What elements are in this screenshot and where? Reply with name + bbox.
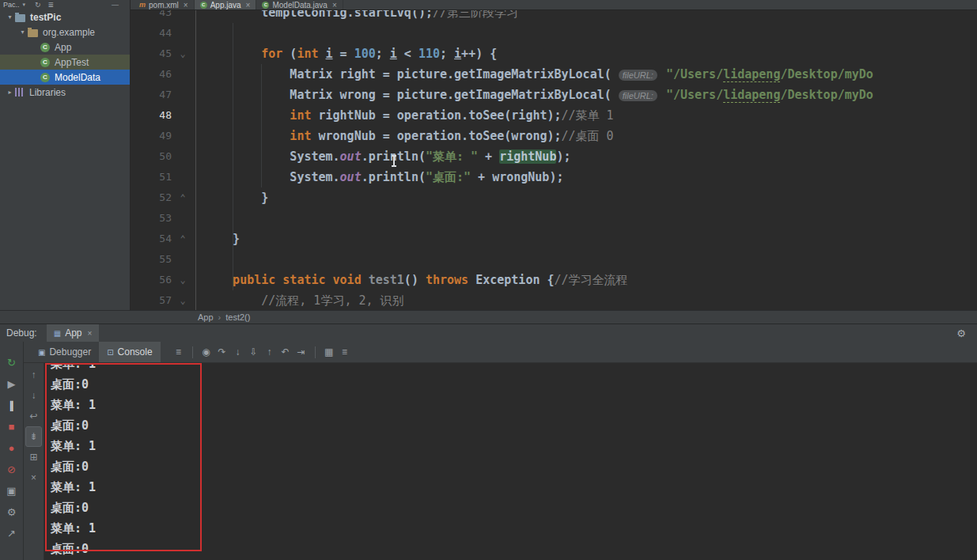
code-text[interactable]: public static void test1() throws Except… xyxy=(196,270,628,290)
fold-open-icon[interactable]: ⌄ xyxy=(172,44,194,64)
editor-tab-pom-xml[interactable]: mpom.xml× xyxy=(134,0,195,9)
sync-icon[interactable]: ↻ xyxy=(35,1,41,9)
rerun-icon[interactable]: ↻ xyxy=(0,352,23,373)
pause-icon[interactable]: ∥ xyxy=(0,395,23,416)
close-icon[interactable]: × xyxy=(184,1,188,9)
line-number: 51 xyxy=(131,167,172,187)
code-text[interactable]: } xyxy=(196,187,268,208)
gutter: 49 xyxy=(131,126,196,146)
layout-settings-icon[interactable]: ≡ xyxy=(172,346,186,358)
clear-all-icon[interactable]: × xyxy=(25,467,42,488)
breadcrumb-item[interactable]: test2() xyxy=(225,312,250,322)
code-text[interactable] xyxy=(196,23,204,44)
resume-icon[interactable]: ▶ xyxy=(0,373,23,395)
step-over-icon[interactable]: ↷ xyxy=(215,346,229,358)
debug-settings-gear-icon[interactable]: ⚙ xyxy=(0,501,23,523)
console-line: 菜单: 1 xyxy=(51,395,977,415)
view-options-icon[interactable]: ▦ xyxy=(322,346,336,358)
code-line: 54⌃} xyxy=(131,229,977,249)
code-editor[interactable]: 43templeConfig.startLvq();//第三阶段学习4445⌄f… xyxy=(131,10,977,310)
console-line: 菜单: 1 xyxy=(51,477,977,498)
view-breakpoints-icon[interactable]: ● xyxy=(0,437,23,459)
tab-label: pom.xml xyxy=(149,1,179,9)
chevron-right-icon[interactable]: ▸ xyxy=(5,89,15,96)
code-text[interactable]: Matrix wrong = picture.getImageMatrixByL… xyxy=(196,85,873,105)
fold-spacer xyxy=(172,126,194,146)
code-text[interactable]: //流程, 1学习, 2, 识别 xyxy=(196,290,404,310)
package-icon xyxy=(28,29,38,37)
main-toolbar: Pac.. ▾ ↻≣ — xyxy=(0,0,130,9)
tree-item-app[interactable]: CApp xyxy=(0,40,130,55)
chevron-right-icon: › xyxy=(218,312,222,322)
line-number: 50 xyxy=(131,146,172,167)
tree-item-libraries[interactable]: ▸Libraries xyxy=(0,85,130,100)
close-icon[interactable]: × xyxy=(246,1,251,9)
gutter: 53 xyxy=(131,208,196,229)
scroll-to-end-icon[interactable]: ⇟ xyxy=(25,426,42,447)
thread-dump-camera-icon[interactable]: ▣ xyxy=(0,480,23,501)
run-to-cursor-icon[interactable]: ⇥ xyxy=(294,346,309,358)
code-text[interactable] xyxy=(196,208,204,229)
fold-open-icon[interactable]: ⌄ xyxy=(172,270,194,290)
gutter: 50 xyxy=(131,146,196,167)
mute-breakpoints-icon[interactable]: ⊘ xyxy=(0,459,23,480)
stack-down-icon[interactable]: ↓ xyxy=(25,385,42,406)
chevron-down-icon: ▾ xyxy=(23,2,26,8)
code-text[interactable]: templeConfig.startLvq();//第三阶段学习 xyxy=(196,10,518,23)
class-icon: C xyxy=(262,2,269,9)
tree-item-apptest[interactable]: CAppTest xyxy=(0,55,130,70)
project-selector[interactable]: Pac.. xyxy=(3,1,20,9)
code-line: 52⌃} xyxy=(131,187,977,208)
step-out-icon[interactable]: ↑ xyxy=(263,346,277,358)
chevron-down-icon[interactable]: ▾ xyxy=(5,13,15,21)
session-tab-label: App xyxy=(65,327,81,339)
chevron-down-icon[interactable]: ▾ xyxy=(17,28,28,36)
breadcrumb-items: App›test2() xyxy=(198,312,250,322)
tab-label: App.java xyxy=(210,1,241,9)
app-window-icon: ▦ xyxy=(54,329,61,338)
pin-rocket-icon[interactable]: ↗ xyxy=(0,523,23,544)
debug-session-tab[interactable]: ▦ App × xyxy=(47,324,100,342)
fold-end-icon[interactable]: ⌃ xyxy=(172,187,194,208)
code-text[interactable]: for (int i = 100; i < 110; i++) { xyxy=(196,44,497,64)
code-line: 43templeConfig.startLvq();//第三阶段学习 xyxy=(131,10,977,23)
code-text[interactable]: Matrix right = picture.getImageMatrixByL… xyxy=(196,64,873,85)
tab-debugger[interactable]: ▣Debugger xyxy=(30,342,99,362)
close-icon[interactable]: × xyxy=(88,329,93,338)
code-text[interactable]: } xyxy=(196,229,240,249)
line-number: 47 xyxy=(131,85,172,105)
tree-item-testpic[interactable]: ▾testPic xyxy=(0,9,130,25)
more-options-icon[interactable]: ≡ xyxy=(338,346,352,358)
tree-item-modeldata[interactable]: CModelData xyxy=(0,70,130,85)
code-text[interactable]: System.out.println("桌面:" + wrongNub); xyxy=(196,167,563,187)
minimize-icon[interactable]: — xyxy=(112,1,119,9)
close-icon[interactable]: × xyxy=(332,1,337,9)
code-text[interactable] xyxy=(196,249,204,270)
fold-end-icon[interactable]: ⌃ xyxy=(172,229,194,249)
soft-wrap-icon[interactable]: ↩ xyxy=(25,406,42,426)
console-output[interactable]: 菜单: 1桌面:0菜单: 1桌面:0菜单: 1桌面:0菜单: 1桌面:0菜单: … xyxy=(44,363,977,560)
code-line: 50System.out.println("菜单: " + rightNub); xyxy=(131,146,977,167)
force-step-into-icon[interactable]: ⇩ xyxy=(247,346,261,358)
stop-icon[interactable]: ■ xyxy=(0,416,23,437)
breadcrumb-item[interactable]: App xyxy=(198,312,214,322)
drop-frame-icon[interactable]: ↶ xyxy=(278,346,293,358)
stack-up-icon[interactable]: ↑ xyxy=(25,365,42,385)
print-icon[interactable]: ⊞ xyxy=(25,447,42,467)
layout-icon[interactable]: ≣ xyxy=(48,1,55,9)
class-icon: C xyxy=(40,43,50,52)
line-number: 56 xyxy=(131,270,172,290)
gear-icon[interactable]: ⚙ xyxy=(956,327,966,339)
line-number: 45 xyxy=(131,44,172,64)
editor-tab-modeldata-java[interactable]: CModelData.java× xyxy=(256,0,343,9)
line-number: 54 xyxy=(131,229,172,249)
show-execution-point-icon[interactable]: ◉ xyxy=(199,346,214,358)
tree-item-org-example[interactable]: ▾org.example xyxy=(0,25,130,40)
tab-console[interactable]: ⊡Console xyxy=(99,342,160,362)
fold-open-icon[interactable]: ⌄ xyxy=(172,290,194,310)
code-text[interactable]: int rightNub = operation.toSee(right);//… xyxy=(196,105,614,126)
code-text[interactable]: System.out.println("菜单: " + rightNub); xyxy=(196,146,570,167)
step-into-icon[interactable]: ↓ xyxy=(231,346,245,358)
code-text[interactable]: int wrongNub = operation.toSee(wrong);//… xyxy=(196,126,614,146)
editor-tab-app-java[interactable]: CApp.java× xyxy=(195,0,257,9)
